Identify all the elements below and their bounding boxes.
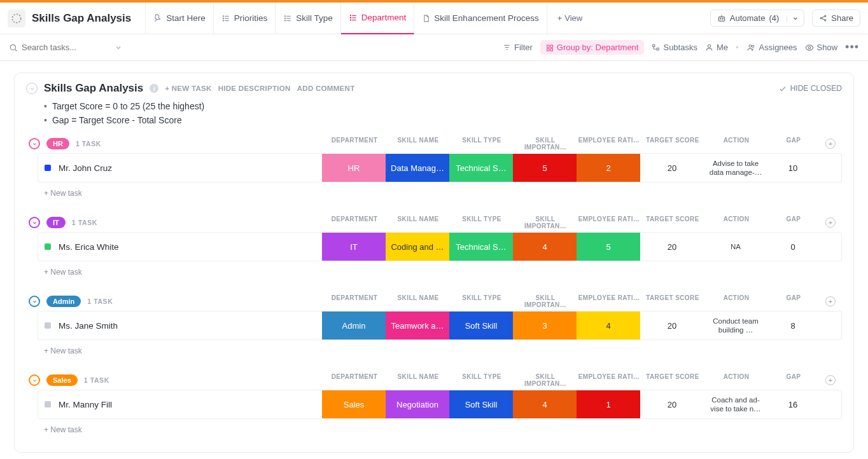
task-row[interactable]: Mr. Manny FillSalesNegotiationSoft Skill… [38,390,842,419]
task-row[interactable]: Ms. Erica WhiteITCoding and …Technical S… [38,232,842,261]
cell[interactable]: 5 [577,233,640,261]
assignees-label: Assignees [759,43,797,52]
cell-target[interactable]: 20 [640,233,704,261]
check-icon [778,85,787,93]
cell-action[interactable]: NA [704,233,767,261]
add-column-button[interactable]: + [825,296,836,306]
tab-skill-enhancement-process[interactable]: Skill Enhancement Process [414,3,547,34]
group-pill[interactable]: HR [46,138,69,149]
group-collapse-toggle[interactable] [29,217,40,228]
task-name[interactable]: Ms. Erica White [59,242,119,252]
group-pill[interactable]: IT [46,217,66,228]
svg-point-21 [720,18,720,18]
cell[interactable]: Soft Skill [449,390,513,418]
task-name[interactable]: Ms. Jane Smith [59,321,118,331]
column-header: ACTION [704,137,768,151]
hide-closed-label: HIDE CLOSED [790,84,842,93]
cell[interactable]: 4 [513,390,577,418]
hide-description-button[interactable]: HIDE DESCRIPTION [218,85,291,92]
filter-label: Filter [514,43,533,52]
task-name[interactable]: Mr. Manny Fill [59,400,112,409]
cell-gap[interactable]: 10 [767,154,818,182]
task-name[interactable]: Mr. John Cruz [59,163,112,173]
cell[interactable]: Soft Skill [449,312,513,339]
new-task-inline[interactable]: + New task [38,340,842,362]
new-task-inline[interactable]: + New task [38,419,842,441]
group-collapse-toggle[interactable] [29,138,40,149]
search-caret-icon[interactable] [115,44,122,51]
add-column-button[interactable]: + [825,139,836,149]
cell-action[interactable]: Advise to take data manage-… [704,154,767,182]
cell[interactable]: 4 [513,233,577,261]
cell[interactable]: Technical S… [449,154,513,182]
add-comment-button[interactable]: ADD COMMENT [297,85,355,92]
tab-skill-type[interactable]: Skill Type [276,3,341,34]
status-square-icon[interactable] [45,243,51,250]
svg-point-7 [223,20,223,20]
tab-priorities[interactable]: Priorities [214,3,276,34]
cell[interactable]: HR [322,154,386,182]
add-column-button[interactable]: + [825,375,836,385]
cell[interactable]: 2 [577,154,640,182]
new-task-button[interactable]: + NEW TASK [165,85,211,92]
group-collapse-toggle[interactable] [29,296,40,307]
cell[interactable]: 3 [513,312,577,339]
assignees-button[interactable]: Assignees [746,43,797,52]
column-header: DEPARTMENT [323,373,386,387]
cell-gap[interactable]: 8 [767,312,818,339]
cell[interactable]: Teamwork a… [386,312,449,339]
cell[interactable]: Data Manag… [386,154,449,182]
list-collapse-toggle[interactable] [26,83,38,94]
cell[interactable]: 1 [577,390,640,418]
app-icon[interactable] [8,10,25,27]
automate-button[interactable]: Automate (4) [710,10,805,27]
more-menu-button[interactable]: ••• [845,41,859,54]
group-collapse-toggle[interactable] [29,374,40,386]
cell-target[interactable]: 20 [640,390,704,418]
cell-action[interactable]: Conduct team building … [704,312,767,339]
status-square-icon[interactable] [45,401,51,408]
column-header: TARGET SCORE [641,294,704,308]
status-square-icon[interactable] [45,322,51,329]
column-header: EMPLOYEE RATI… [577,294,641,308]
cell[interactable]: Negotiation [386,390,449,418]
automate-caret-button[interactable] [787,15,804,22]
cell[interactable]: Technical S… [449,233,513,261]
cell-gap[interactable]: 16 [767,390,818,418]
group-pill[interactable]: Admin [46,296,81,307]
cell-action[interactable]: Coach and ad-vise to take n… [704,390,767,418]
tab-start-here[interactable]: Start Here [145,3,214,34]
task-row[interactable]: Mr. John CruzHRData Manag…Technical S…52… [38,153,842,182]
groupby-button[interactable]: Group by: Department [540,40,645,55]
group-pill[interactable]: Sales [46,374,78,386]
cell[interactable]: Coding and … [386,233,449,261]
cell-target[interactable]: 20 [640,154,704,182]
svg-rect-36 [547,48,549,51]
share-button[interactable]: Share [812,10,860,27]
info-icon[interactable]: i [150,84,158,93]
new-task-inline[interactable]: + New task [38,182,842,204]
cell[interactable]: Admin [322,312,386,339]
cell[interactable]: 4 [577,312,640,339]
cell[interactable]: 5 [513,154,577,182]
search-input[interactable] [22,43,111,52]
show-button[interactable]: Show [805,43,838,52]
task-row[interactable]: Ms. Jane SmithAdminTeamwork a…Soft Skill… [38,311,842,340]
me-button[interactable]: Me [705,43,728,52]
add-column-button[interactable]: + [825,217,836,228]
new-task-inline[interactable]: + New task [38,261,842,283]
cell-gap[interactable]: 0 [767,233,818,261]
svg-point-13 [285,20,286,20]
status-square-icon[interactable] [45,165,51,171]
hide-closed-button[interactable]: HIDE CLOSED [778,84,842,93]
search-icon[interactable] [9,43,18,52]
add-view-button[interactable]: + View [550,13,591,23]
groupby-icon [546,44,554,51]
cell-target[interactable]: 20 [640,312,704,339]
filter-button[interactable]: Filter [503,43,533,52]
share-label: Share [831,13,853,23]
tab-department[interactable]: Department [341,3,415,34]
cell[interactable]: IT [322,233,386,261]
subtasks-button[interactable]: Subtasks [652,43,697,52]
cell[interactable]: Sales [322,390,386,418]
